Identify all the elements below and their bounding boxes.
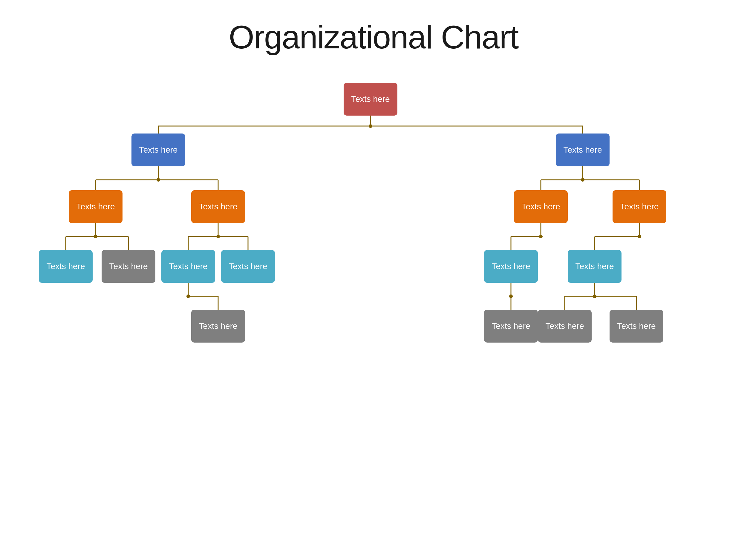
node-l3b[interactable]: Texts here [102,250,155,283]
node-l3f[interactable]: Texts here [568,250,621,283]
node-l3e[interactable]: Texts here [484,250,538,283]
node-l4d[interactable]: Texts here [610,310,663,343]
svg-point-23 [186,294,190,298]
node-l1b[interactable]: Texts here [556,134,610,166]
svg-point-4 [369,124,372,128]
svg-point-14 [94,235,97,238]
svg-point-32 [539,235,543,238]
node-root[interactable]: Texts here [344,83,397,115]
node-l3c[interactable]: Texts here [161,250,215,283]
node-l2d[interactable]: Texts here [613,190,666,223]
svg-point-28 [581,178,585,182]
node-l1a[interactable]: Texts here [131,134,185,166]
node-l2a[interactable]: Texts here [69,190,123,223]
svg-point-9 [157,178,160,182]
org-chart: Texts here Texts here Texts here Texts h… [30,74,717,522]
svg-point-38 [509,294,513,298]
svg-point-36 [638,235,641,238]
node-l3a[interactable]: Texts here [39,250,93,283]
svg-point-19 [216,235,220,238]
page-title: Organizational Chart [229,18,518,56]
node-l3d[interactable]: Texts here [221,250,275,283]
node-l4c[interactable]: Texts here [538,310,592,343]
svg-point-43 [593,294,596,298]
node-l2c[interactable]: Texts here [514,190,568,223]
node-l4b[interactable]: Texts here [484,310,538,343]
node-l2b[interactable]: Texts here [191,190,245,223]
node-l4a[interactable]: Texts here [191,310,245,343]
